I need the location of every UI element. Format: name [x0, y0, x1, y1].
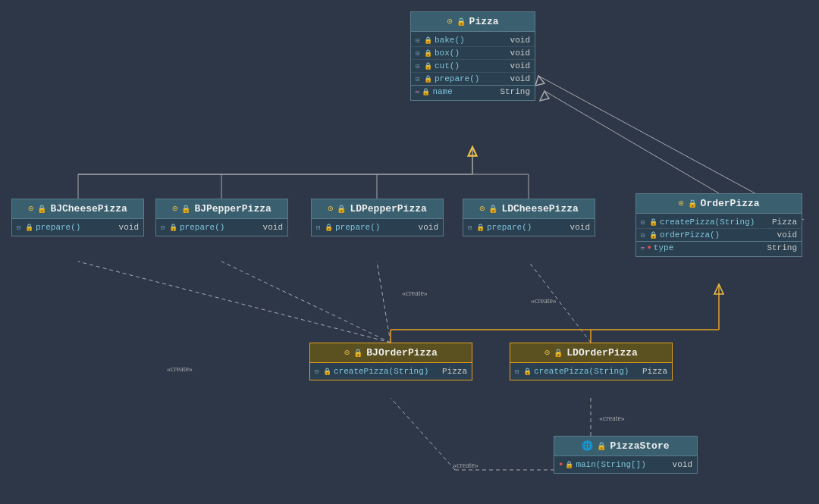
- ldcheesepizza-header: ⊙ 🔒 LDCheesePizza: [463, 199, 595, 219]
- svg-text:«create»: «create»: [531, 296, 557, 305]
- class-pizza-header: ⊙ 🔒 Pizza: [411, 12, 535, 32]
- class-bjpepperpizza: ⊙ 🔒 BJPepperPizza ⊟ 🔒 prepare() void: [155, 199, 288, 236]
- svg-line-29: [391, 398, 455, 470]
- pizza-field-name: ≔ 🔒 name String: [411, 85, 535, 98]
- pizza-method-bake: ⊟ 🔒 bake() void: [411, 34, 535, 46]
- bjpepperpizza-name: BJPepperPizza: [194, 203, 271, 214]
- orderpizza-body: ⊟ 🔒 createPizza(String) Pizza ⊟ 🔒 orderP…: [636, 214, 802, 256]
- ldcheesepizza-name: LDCheesePizza: [501, 203, 578, 214]
- svg-line-31: [544, 91, 719, 193]
- orderpizza-field-type: ≔ ● type String: [636, 241, 802, 254]
- pizza-lock-icon: 🔒: [457, 17, 466, 27]
- svg-line-13: [221, 261, 391, 343]
- bjorderpizza-header: ⊙ 🔒 BJOrderPizza: [310, 343, 472, 363]
- bjpepperpizza-header: ⊙ 🔒 BJPepperPizza: [156, 199, 287, 219]
- pizza-method-cut: ⊟ 🔒 cut() void: [411, 59, 535, 72]
- pizza-class-body: ⊟ 🔒 bake() void ⊟ 🔒 box() void ⊟ 🔒 cut()…: [411, 32, 535, 100]
- ldorderpizza-name: LDOrderPizza: [566, 347, 638, 358]
- diagram-container: «create» «create» «create» «create» «cre…: [0, 0, 819, 504]
- bjpepperpizza-method-prepare: ⊟ 🔒 prepare() void: [156, 221, 287, 233]
- class-ldorderpizza: ⊙ 🔒 LDOrderPizza ⊟ 🔒 createPizza(String)…: [510, 343, 673, 380]
- ldpepperpizza-method-prepare: ⊟ 🔒 prepare() void: [312, 221, 443, 233]
- class-bjcheesepizza: ⊙ 🔒 BJCheesePizza ⊟ 🔒 prepare() void: [11, 199, 144, 236]
- bjorderpizza-name: BJOrderPizza: [366, 347, 438, 358]
- svg-marker-10: [468, 146, 477, 156]
- pizzastore-method-main: ● 🔒 main(String[]) void: [554, 459, 697, 471]
- pizza-class-icon: ⊙: [447, 16, 452, 27]
- pizzastore-header: 🌐 🔒 PizzaStore: [554, 437, 697, 456]
- svg-text:«create»: «create»: [453, 461, 479, 469]
- class-orderpizza: ⊙ 🔒 OrderPizza ⊟ 🔒 createPizza(String) P…: [635, 193, 802, 257]
- svg-marker-21: [714, 284, 723, 294]
- svg-text:«create»: «create»: [599, 414, 625, 422]
- orderpizza-method-order: ⊟ 🔒 orderPizza() void: [636, 228, 802, 241]
- pizzastore-body: ● 🔒 main(String[]) void: [554, 456, 697, 473]
- svg-text:«create»: «create»: [167, 365, 193, 373]
- ldorderpizza-method-create: ⊟ 🔒 createPizza(String) Pizza: [510, 365, 672, 377]
- class-ldcheesepizza: ⊙ 🔒 LDCheesePizza ⊟ 🔒 prepare() void: [463, 199, 595, 236]
- bjcheesepizza-header: ⊙ 🔒 BJCheesePizza: [12, 199, 143, 219]
- bjorderpizza-method-create: ⊟ 🔒 createPizza(String) Pizza: [310, 365, 472, 377]
- svg-marker-3: [469, 148, 476, 155]
- orderpizza-header: ⊙ 🔒 OrderPizza: [636, 194, 802, 214]
- orderpizza-name: OrderPizza: [701, 198, 760, 209]
- pizza-method-prepare: ⊟ 🔒 prepare() void: [411, 72, 535, 85]
- class-bjorderpizza: ⊙ 🔒 BJOrderPizza ⊟ 🔒 createPizza(String)…: [309, 343, 472, 380]
- class-ldpepperpizza: ⊙ 🔒 LDPepperPizza ⊟ 🔒 prepare() void: [311, 199, 444, 236]
- bjcheesepizza-body: ⊟ 🔒 prepare() void: [12, 219, 143, 236]
- svg-line-11: [78, 261, 391, 343]
- class-pizzastore: 🌐 🔒 PizzaStore ● 🔒 main(String[]) void: [554, 436, 698, 474]
- svg-marker-24: [535, 76, 544, 86]
- svg-line-14: [377, 261, 391, 343]
- ldcheesepizza-method-prepare: ⊟ 🔒 prepare() void: [463, 221, 595, 233]
- bjpepperpizza-body: ⊟ 🔒 prepare() void: [156, 219, 287, 236]
- bjcheesepizza-method-prepare: ⊟ 🔒 prepare() void: [12, 221, 143, 233]
- bjorderpizza-body: ⊟ 🔒 createPizza(String) Pizza: [310, 363, 472, 380]
- ldcheesepizza-body: ⊟ 🔒 prepare() void: [463, 219, 595, 236]
- bjcheesepizza-name: BJCheesePizza: [50, 203, 127, 214]
- pizza-method-box: ⊟ 🔒 box() void: [411, 46, 535, 59]
- orderpizza-method-create: ⊟ 🔒 createPizza(String) Pizza: [636, 216, 802, 228]
- svg-marker-32: [540, 91, 549, 101]
- class-pizza: ⊙ 🔒 Pizza ⊟ 🔒 bake() void ⊟ 🔒 box() void…: [410, 11, 535, 101]
- ldpepperpizza-body: ⊟ 🔒 prepare() void: [312, 219, 443, 236]
- svg-line-16: [529, 261, 591, 343]
- ldpepperpizza-header: ⊙ 🔒 LDPepperPizza: [312, 199, 443, 219]
- svg-text:«create»: «create»: [402, 289, 428, 297]
- pizza-class-name: Pizza: [469, 16, 499, 27]
- ldorderpizza-body: ⊟ 🔒 createPizza(String) Pizza: [510, 363, 672, 380]
- ldorderpizza-header: ⊙ 🔒 LDOrderPizza: [510, 343, 672, 363]
- ldpepperpizza-name: LDPepperPizza: [350, 203, 426, 214]
- pizzastore-name: PizzaStore: [610, 440, 669, 452]
